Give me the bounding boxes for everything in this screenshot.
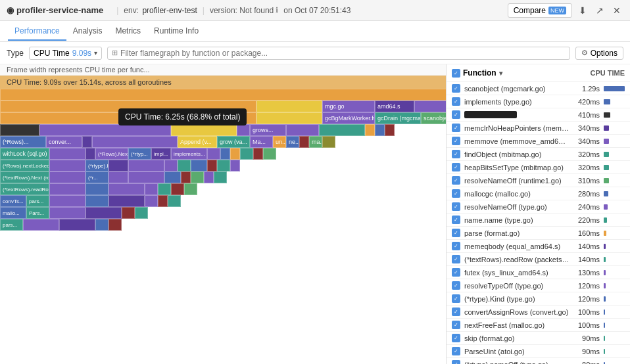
flame-block[interactable]	[319, 124, 365, 136]
function-list-item[interactable]: ✓ (*textRows).readRow (packets.g... 140m…	[447, 253, 630, 266]
flame-block[interactable]	[23, 219, 59, 231]
flame-block[interactable]	[286, 124, 319, 136]
flame-block[interactable]	[256, 112, 322, 124]
row-checkbox[interactable]: ✓	[452, 281, 460, 290]
flame-block[interactable]	[59, 219, 95, 231]
function-list-item[interactable]: ✓ memclrNoHeapPointers (memcl... 340ms	[447, 122, 630, 135]
row-checkbox[interactable]: ✓	[452, 137, 460, 145]
type-select[interactable]: CPU Time 9.09s ▾	[29, 47, 102, 60]
flame-block[interactable]: gcBgMarkWorker.func2 (mg...	[322, 112, 375, 124]
flame-block[interactable]: impl...	[151, 148, 171, 160]
row-checkbox[interactable]: ✓	[452, 176, 460, 185]
flame-block[interactable]: (*r...	[85, 171, 109, 183]
flame-block[interactable]	[49, 195, 85, 207]
flame-block[interactable]	[109, 183, 145, 195]
flame-block[interactable]	[375, 124, 385, 136]
flame-block[interactable]: withLock (sql.go)	[0, 148, 49, 160]
function-sort-arrow[interactable]: ▾	[499, 70, 502, 77]
flame-block[interactable]	[322, 136, 335, 148]
row-checkbox[interactable]: ✓	[452, 202, 460, 211]
compare-button[interactable]: Compare NEW	[508, 3, 572, 18]
flame-block[interactable]	[207, 160, 217, 171]
flame-block[interactable]: (*Rows)...	[0, 136, 46, 148]
function-list-item[interactable]: ✓ resolveNameOff (runtime1.go) 310ms	[447, 174, 630, 187]
row-checkbox[interactable]: ✓	[452, 360, 460, 364]
flame-block[interactable]	[49, 207, 85, 219]
flame-block[interactable]	[263, 148, 276, 160]
flame-block[interactable]	[158, 195, 168, 207]
row-checkbox[interactable]: ✓	[452, 124, 460, 132]
flame-block[interactable]	[191, 160, 207, 171]
function-list-item[interactable]: ✓ memeqbody (equal_amd64.s) 140ms	[447, 240, 630, 253]
flame-block[interactable]	[92, 136, 178, 148]
flame-block[interactable]: gcDrain (mgcmark.go)	[375, 112, 421, 124]
flame-block[interactable]: ma...	[309, 136, 322, 148]
flame-block[interactable]	[230, 148, 240, 160]
flame-block[interactable]	[109, 160, 128, 171]
flame-block[interactable]	[191, 171, 204, 183]
flame-block[interactable]	[253, 148, 263, 160]
flame-block[interactable]	[85, 183, 109, 195]
function-list-item[interactable]: ✓ memmove (memmove_amd64.s) 340ms	[447, 135, 630, 148]
flame-block[interactable]: mallo...	[0, 207, 26, 219]
flame-block[interactable]: conver...	[46, 136, 82, 148]
flame-block[interactable]: Ma...	[250, 136, 273, 148]
flame-block[interactable]	[214, 171, 227, 183]
flame-block[interactable]	[237, 124, 250, 136]
options-button[interactable]: ⚙ Options	[575, 47, 623, 60]
flame-block[interactable]	[164, 160, 178, 171]
function-list-item[interactable]: ✓ (*rtype).Kind (type.go) 120ms	[447, 292, 630, 306]
function-list-item[interactable]: ✓ name.name (type.go) 220ms	[447, 214, 630, 227]
flame-block[interactable]: ne...	[286, 136, 299, 148]
flame-block[interactable]: convTs...	[0, 195, 26, 207]
flame-block[interactable]: mgc.go	[322, 101, 375, 112]
flame-block[interactable]	[171, 183, 184, 195]
function-list-item[interactable]: ✓ 410ms	[447, 108, 630, 122]
flame-block[interactable]: (*rtyp...	[128, 148, 151, 160]
flame-block[interactable]	[109, 195, 145, 207]
flame-block[interactable]	[95, 219, 109, 231]
function-list-item[interactable]: ✓ resolveTypeOff (type.go) 120ms	[447, 279, 630, 292]
function-list-item[interactable]: ✓ heapBitsSetType (mbitmap.go) 320ms	[447, 161, 630, 174]
flame-block[interactable]	[39, 124, 171, 136]
function-list-item[interactable]: ✓ skip (format.go) 90ms	[447, 332, 630, 345]
flame-block[interactable]: (*textRows).Next (rows.go)	[0, 171, 49, 183]
tab-runtime-info[interactable]: Runtime Info	[147, 22, 205, 41]
row-checkbox[interactable]: ✓	[452, 110, 460, 119]
flame-block[interactable]	[240, 148, 253, 160]
flame-block[interactable]	[135, 207, 148, 219]
flame-block[interactable]	[49, 183, 85, 195]
tab-analysis[interactable]: Analysis	[66, 22, 109, 41]
row-checkbox[interactable]: ✓	[452, 334, 460, 342]
row-checkbox[interactable]: ✓	[452, 255, 460, 263]
row-checkbox[interactable]: ✓	[452, 150, 460, 158]
flame-block[interactable]	[49, 160, 85, 171]
flame-block[interactable]	[82, 136, 92, 148]
flame-block[interactable]	[256, 101, 322, 112]
flame-block[interactable]	[207, 148, 220, 160]
flame-block[interactable]	[184, 183, 197, 195]
function-list-item[interactable]: ✓ scanobject (mgcmark.go) 1.29s	[447, 82, 630, 95]
function-list-item[interactable]: ✓ findObject (mbitmap.go) 320ms	[447, 148, 630, 161]
flame-block[interactable]: Pars...	[26, 207, 49, 219]
row-checkbox[interactable]: ✓	[452, 294, 460, 303]
flame-block[interactable]: grows...	[250, 124, 286, 136]
flame-block[interactable]: (*rtype).I...	[85, 160, 109, 171]
download-button[interactable]: ⬇	[576, 4, 589, 17]
row-checkbox[interactable]: ✓	[452, 97, 460, 106]
flame-block[interactable]: Append (v...	[178, 136, 217, 148]
flame-block[interactable]: pars...	[26, 195, 49, 207]
flame-block[interactable]	[109, 219, 122, 231]
flame-block[interactable]	[145, 195, 158, 207]
flame-block[interactable]	[164, 171, 181, 183]
flame-block[interactable]	[385, 124, 395, 136]
row-checkbox[interactable]: ✓	[452, 307, 460, 316]
row-checkbox[interactable]: ✓	[452, 347, 460, 355]
row-checkbox[interactable]: ✓	[452, 163, 460, 171]
flame-block[interactable]	[365, 124, 375, 136]
flame-block[interactable]	[168, 195, 181, 207]
flame-block[interactable]	[49, 148, 85, 160]
flame-block[interactable]: un...	[273, 136, 286, 148]
flame-block[interactable]: (*textRows).readRow (pac...	[0, 183, 49, 195]
flame-block[interactable]	[158, 183, 171, 195]
